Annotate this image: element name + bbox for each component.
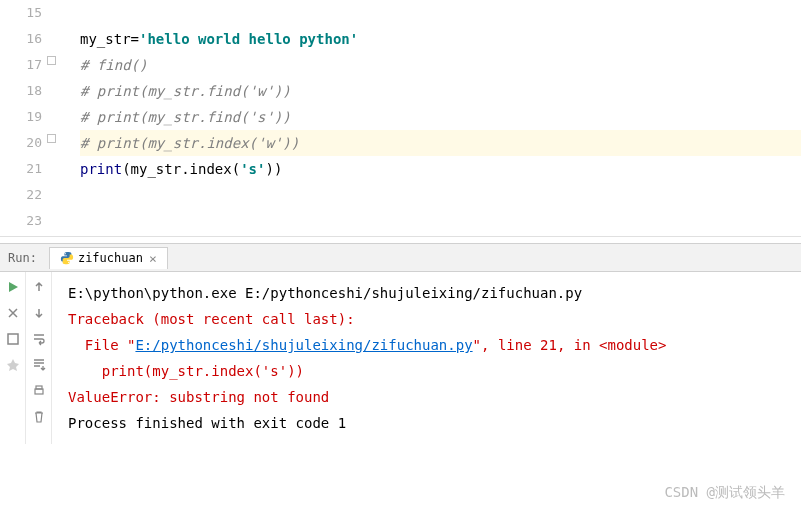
console-line: Process finished with exit code 1: [68, 410, 793, 436]
print-icon[interactable]: [30, 382, 48, 400]
svg-rect-2: [8, 334, 18, 344]
up-icon[interactable]: [30, 278, 48, 296]
console-output[interactable]: E:\python\python.exe E:/pythonceshi/shuj…: [52, 272, 801, 444]
fold-icon[interactable]: [47, 134, 56, 143]
run-tab[interactable]: zifuchuan ×: [49, 247, 168, 269]
code-line: [80, 0, 801, 26]
line-number: 20: [0, 130, 42, 156]
console-error-line: ValueError: substring not found: [68, 384, 793, 410]
close-icon[interactable]: ×: [149, 251, 157, 266]
code-line: # print(my_str.find('s')): [80, 104, 801, 130]
code-line: print(my_str.index('s')): [80, 156, 801, 182]
scroll-to-end-icon[interactable]: [30, 356, 48, 374]
run-panel: Run: zifuchuan × E:\python\python.exe E:…: [0, 244, 801, 444]
svg-rect-3: [35, 389, 43, 394]
python-file-icon: [60, 251, 74, 265]
line-number: 18: [0, 78, 42, 104]
tab-title: zifuchuan: [78, 251, 143, 265]
run-header: Run: zifuchuan ×: [0, 244, 801, 272]
line-number: 23: [0, 208, 42, 234]
code-line: [80, 182, 801, 208]
run-toolbar-right: [26, 272, 52, 444]
console-error-line: print(my_str.index('s')): [68, 358, 793, 384]
pane-divider[interactable]: [0, 236, 801, 244]
console-error-line: File "E:/pythonceshi/shujuleixing/zifuch…: [68, 332, 793, 358]
trash-icon[interactable]: [30, 408, 48, 426]
soft-wrap-icon[interactable]: [30, 330, 48, 348]
code-line-current: # print(my_str.index('w')): [80, 130, 801, 156]
code-line: # print(my_str.find('w')): [80, 78, 801, 104]
line-number: 17: [0, 52, 42, 78]
run-label: Run:: [0, 251, 45, 265]
console-line: E:\python\python.exe E:/pythonceshi/shuj…: [68, 280, 793, 306]
line-number: 16: [0, 26, 42, 52]
console-error-line: Traceback (most recent call last):: [68, 306, 793, 332]
pin-icon[interactable]: [4, 356, 22, 374]
down-icon[interactable]: [30, 304, 48, 322]
line-number: 21: [0, 156, 42, 182]
line-gutter: 15 16 17 18 19 20 21 22 23: [0, 0, 60, 236]
rerun-icon[interactable]: [4, 304, 22, 322]
fold-icon[interactable]: [47, 56, 56, 65]
svg-rect-4: [36, 386, 42, 389]
run-icon[interactable]: [4, 278, 22, 296]
code-line: # find(): [80, 52, 801, 78]
file-link[interactable]: E:/pythonceshi/shujuleixing/zifuchuan.py: [135, 337, 472, 353]
line-number: 19: [0, 104, 42, 130]
line-number: 22: [0, 182, 42, 208]
code-editor: 15 16 17 18 19 20 21 22 23 my_str='hello…: [0, 0, 801, 236]
svg-point-0: [65, 253, 66, 254]
line-number: 15: [0, 0, 42, 26]
code-line: my_str='hello world hello python': [80, 26, 801, 52]
code-area[interactable]: my_str='hello world hello python' # find…: [60, 0, 801, 236]
watermark: CSDN @测试领头羊: [664, 484, 785, 502]
code-line: [80, 208, 801, 234]
stop-icon[interactable]: [4, 330, 22, 348]
svg-point-1: [68, 262, 69, 263]
run-toolbar-left: [0, 272, 26, 444]
